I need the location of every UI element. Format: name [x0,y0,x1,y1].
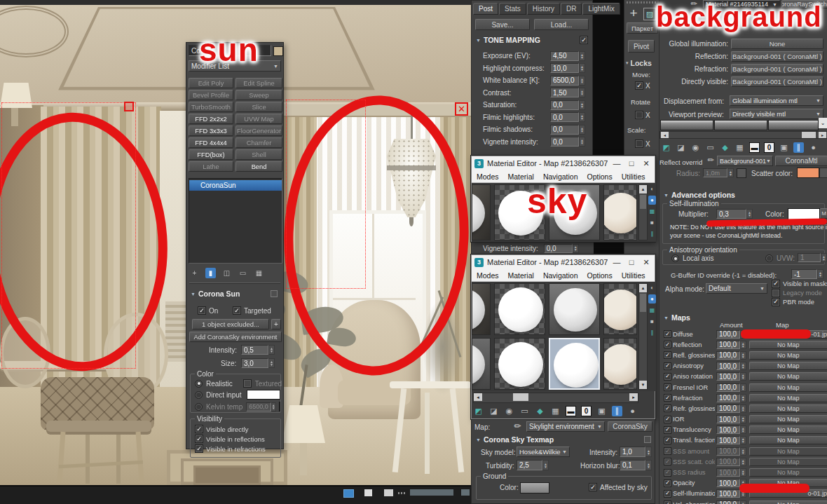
assign-to-selection-icon[interactable]: ◉ [690,142,701,153]
tab-history[interactable]: History [527,3,560,15]
visibility-check-visible-directly[interactable]: ✓Visible directly [195,424,280,434]
map-amount-spinner[interactable]: 100,0▲▼ [716,372,746,381]
map-button[interactable]: -01.jp [749,330,827,339]
spinner-arrows-icon[interactable]: ▲▼ [645,447,652,457]
put-to-library-icon[interactable]: ◪ [488,406,499,416]
viewport-preview-dropdown[interactable]: Directly visible mtl▼ [730,109,823,119]
video-color-check-icon[interactable]: ■ [648,218,656,227]
spinner-arrows-icon[interactable]: ▲▼ [740,383,746,392]
map-button[interactable]: No Map [749,372,827,381]
sun-on-check[interactable]: ✓On [198,306,218,315]
scroll-right-icon[interactable]: ▸ [819,132,826,138]
intensity-spinner[interactable]: 0,5▲▼ [241,345,275,355]
mtl-slot-button[interactable]: None [731,39,823,49]
tone-param-spinner[interactable]: 0,0▲▼ [550,100,585,110]
scroll-up-icon[interactable]: ▲ [639,284,647,292]
make-unique-icon[interactable]: ◫ [221,268,232,278]
uvw-spinner[interactable]: 1▲▼ [798,253,827,262]
locks-header[interactable]: ▾ Locks [626,59,652,67]
map-amount-spinner[interactable]: 100,0▲▼ [716,425,746,434]
options-bars-icon[interactable]: ∥ [648,328,656,337]
material-type-button[interactable]: oronaRaySwitchl [781,0,827,8]
tone-param-spinner[interactable]: 0,0▲▼ [550,125,585,135]
sample-type-icon[interactable]: ◆ [535,406,545,416]
map-button[interactable]: No Map [749,436,827,444]
sample-slot-white-checker[interactable] [494,283,545,335]
modifier-button-edit-poly[interactable]: Edit Poly [189,78,233,88]
save-button[interactable]: Save... [475,19,530,30]
spinner-arrows-icon[interactable]: ▲▼ [817,269,823,279]
spinner-arrows-icon[interactable]: ▲▼ [740,489,746,498]
me1-vscrollbar[interactable]: ▲ [638,184,648,240]
spinner-arrows-icon[interactable]: ▲▼ [740,372,746,381]
map-amount-spinner[interactable]: 100,0▲▼ [716,415,746,423]
spinner-arrows-icon[interactable]: ▲▼ [579,125,585,135]
menu-material[interactable]: Material [508,271,534,280]
tone-mapping-enabled-checkbox[interactable]: ✓ [580,36,588,44]
tone-param-spinner[interactable]: 4,50▲▼ [550,51,585,61]
radius-spinner[interactable]: 1,0m▲▼ [703,168,734,177]
sample-slot-gray-grad[interactable] [549,283,600,335]
add-icon[interactable]: + [626,6,641,21]
advanced-options-header[interactable]: ▼ Advanced options [664,191,823,199]
kelvin-spinner[interactable]: 6500,0▲▼ [246,402,275,411]
spinner-arrows-icon[interactable]: ▲▼ [579,51,585,61]
menu-options[interactable]: Options [587,172,613,181]
taskbar-item-blue[interactable] [343,489,354,498]
gbuffer-spinner[interactable]: -1▲▼ [791,269,823,279]
show-end-result-icon[interactable]: ∥ [793,142,804,153]
options-icon[interactable]: ▣ [596,406,607,416]
menu-modes[interactable]: Modes [477,271,499,280]
ground-color-swatch[interactable] [520,482,549,493]
advanced-check-pbr-mode[interactable]: ✓PBR mode [772,297,827,306]
spinner-arrows-icon[interactable]: ▲▼ [821,253,827,262]
show-end-result-icon[interactable]: ∥ [612,406,622,416]
scroll-thumb[interactable] [802,132,816,138]
affected-by-sky-check[interactable]: ✓Affected by sky [589,483,648,491]
parket-button[interactable]: Паркет [627,22,658,34]
eyedropper-icon[interactable]: ✎ [704,153,718,168]
reflect-override-dropdown[interactable]: Background-001▼ [717,156,773,166]
zero-slot-icon[interactable]: 0 [581,406,592,416]
maps-header[interactable]: ▼ Maps [664,313,823,322]
modifier-button-turbosmooth[interactable]: TurboSmooth [189,102,233,112]
map-button[interactable]: No Map [749,415,827,423]
radius-color-swatch[interactable] [737,168,746,178]
modifier-button-bend[interactable]: Bend [235,161,282,172]
sample-slot-white-selected[interactable] [549,338,600,390]
material-thumbnail-2[interactable] [714,120,767,130]
rollout-pin-icon[interactable] [271,290,278,297]
zero-slot-icon[interactable]: 0 [764,142,774,153]
map-button[interactable]: No Map [749,500,827,504]
advanced-check-visible-in-masks[interactable]: ✓Visible in masks [772,279,827,288]
spinner-arrows-icon[interactable]: ▲▼ [740,351,746,360]
modifier-list-dropdown[interactable]: Modifier List▼ [189,60,281,71]
maximize-icon[interactable]: □ [626,258,637,266]
advanced-check-legacy-mode[interactable]: Legacy mode [772,288,827,297]
spinner-arrows-icon[interactable]: ▲▼ [740,415,746,423]
material-thumbnail-1[interactable] [660,120,713,130]
sample-type-icon[interactable]: ◆ [720,142,730,153]
thumbnail-expand-icon[interactable]: ⌄ [819,118,827,128]
taskbar-item-wide-2[interactable] [461,489,470,496]
spinner-arrows-icon[interactable]: ▲▼ [271,402,276,411]
spinner-arrows-icon[interactable]: ▲▼ [740,479,746,487]
sample-slot-cut-light[interactable] [472,338,491,390]
sky-model-dropdown[interactable]: Hosek&Wilkie▼ [517,447,570,457]
show-end-result-icon[interactable]: ▮ [205,268,216,278]
reflect-override-type-button[interactable]: CoronaMtl [775,156,827,166]
selfillum-m-button[interactable]: M [820,208,827,219]
map-amount-spinner[interactable]: 100,0▲▼ [716,447,746,456]
mtl-slot-button[interactable]: Background-001 ( CoronaMtl ) [731,51,823,62]
sample-slot-white-checker[interactable] [494,338,545,390]
map-button[interactable]: No Map [749,341,827,349]
spinner-arrows-icon[interactable]: ▲▼ [579,76,585,86]
close-icon[interactable]: ✕ [641,258,652,267]
sample-sphere-icon[interactable]: ◐ [648,184,656,193]
modifier-button-uvw-map[interactable]: UVW Map [235,114,282,124]
sun-targeted-check[interactable]: ✓Targeted [233,306,271,315]
spinner-arrows-icon[interactable]: ▲▼ [740,394,746,402]
map-amount-spinner[interactable]: 100,0▲▼ [716,404,746,413]
visibility-check-visible-in-refractions[interactable]: ✓Visible in refractions [195,444,280,454]
modifier-button-ffd-box-[interactable]: FFD(box) [189,149,233,160]
